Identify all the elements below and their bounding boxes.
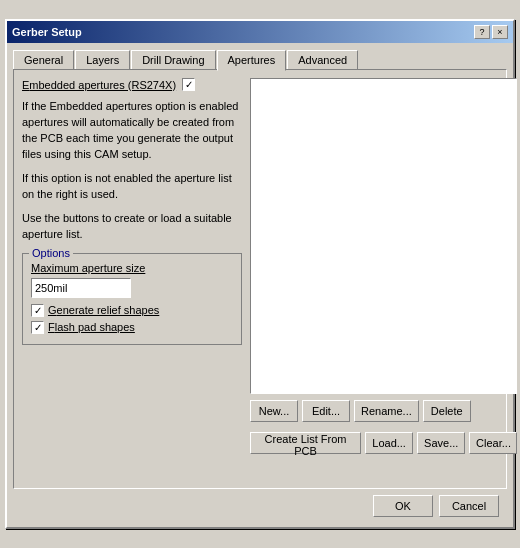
embedded-apertures-row: Embedded apertures (RS274X) ✓ <box>22 78 242 91</box>
panel-inner: Embedded apertures (RS274X) ✓ If the Emb… <box>22 78 498 458</box>
tab-bar: General Layers Drill Drawing Apertures A… <box>13 50 507 70</box>
tab-panel-apertures: Embedded apertures (RS274X) ✓ If the Emb… <box>13 69 507 489</box>
flash-pad-row: ✓ Flash pad shapes <box>31 321 233 334</box>
max-size-label: Maximum aperture size <box>31 262 233 274</box>
right-panel: New... Edit... Rename... Delete Create L… <box>250 78 517 458</box>
ok-button[interactable]: OK <box>373 495 433 517</box>
relief-shapes-row: ✓ Generate relief shapes <box>31 304 233 317</box>
new-button[interactable]: New... <box>250 400 298 422</box>
window-content: General Layers Drill Drawing Apertures A… <box>7 43 513 527</box>
flash-pad-checkbox[interactable]: ✓ <box>31 321 44 334</box>
gerber-setup-dialog: Gerber Setup ? × General Layers Drill Dr… <box>5 19 515 529</box>
relief-shapes-label: Generate relief shapes <box>48 304 159 316</box>
tab-general[interactable]: General <box>13 50 74 70</box>
cancel-button[interactable]: Cancel <box>439 495 499 517</box>
aperture-list[interactable] <box>250 78 517 394</box>
btn-row-2: Create List From PCB Load... Save... Cle… <box>250 432 517 454</box>
options-legend: Options <box>29 247 73 259</box>
description-block: If the Embedded apertures option is enab… <box>22 99 242 243</box>
desc-para-2: If this option is not enabled the apertu… <box>22 171 242 203</box>
tab-apertures[interactable]: Apertures <box>217 50 287 71</box>
rename-button[interactable]: Rename... <box>354 400 419 422</box>
edit-button[interactable]: Edit... <box>302 400 350 422</box>
help-button[interactable]: ? <box>474 25 490 39</box>
tab-advanced[interactable]: Advanced <box>287 50 358 70</box>
embedded-apertures-checkbox[interactable]: ✓ <box>182 78 195 91</box>
embedded-apertures-label: Embedded apertures (RS274X) <box>22 79 176 91</box>
desc-para-3: Use the buttons to create or load a suit… <box>22 211 242 243</box>
btn-row-1: New... Edit... Rename... Delete <box>250 400 517 422</box>
tab-drill-drawing[interactable]: Drill Drawing <box>131 50 215 70</box>
flash-pad-label: Flash pad shapes <box>48 321 135 333</box>
load-button[interactable]: Load... <box>365 432 413 454</box>
desc-para-1: If the Embedded apertures option is enab… <box>22 99 242 163</box>
save-button[interactable]: Save... <box>417 432 465 454</box>
relief-shapes-checkbox[interactable]: ✓ <box>31 304 44 317</box>
bottom-bar: OK Cancel <box>13 489 507 521</box>
options-group: Options Maximum aperture size ✓ Generate… <box>22 253 242 345</box>
title-controls: ? × <box>474 25 508 39</box>
tab-layers[interactable]: Layers <box>75 50 130 70</box>
close-button[interactable]: × <box>492 25 508 39</box>
delete-button[interactable]: Delete <box>423 400 471 422</box>
clear-button[interactable]: Clear... <box>469 432 517 454</box>
max-size-input[interactable] <box>31 278 131 298</box>
left-panel: Embedded apertures (RS274X) ✓ If the Emb… <box>22 78 242 458</box>
create-list-button[interactable]: Create List From PCB <box>250 432 361 454</box>
window-title: Gerber Setup <box>12 26 82 38</box>
title-bar: Gerber Setup ? × <box>7 21 513 43</box>
